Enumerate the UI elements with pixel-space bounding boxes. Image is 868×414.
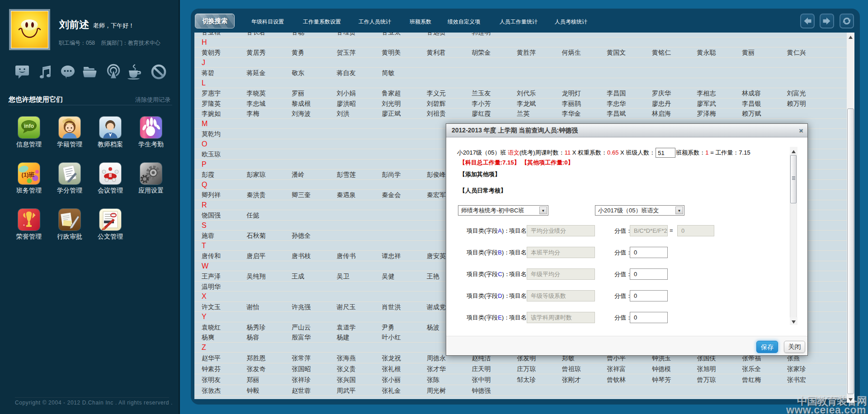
svg-text:(1)班: (1)班 bbox=[22, 171, 35, 178]
svg-text:info: info bbox=[24, 123, 34, 129]
